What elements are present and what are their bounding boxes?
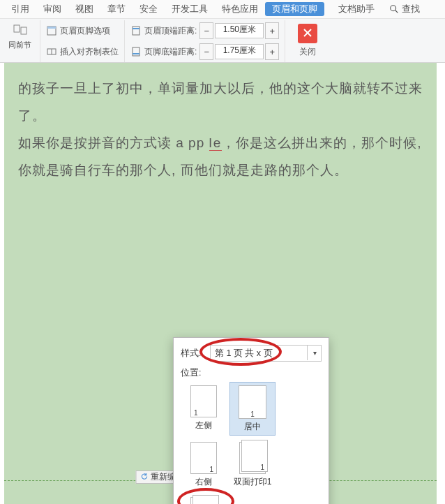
menu-security[interactable]: 安全 xyxy=(133,0,165,18)
footer-dist-value[interactable]: 1.75厘米 xyxy=(215,44,264,59)
header-dist-icon xyxy=(130,25,142,36)
header-dist-label: 页眉顶端距离: xyxy=(144,25,197,37)
menu-search[interactable]: 查找 xyxy=(382,0,427,18)
ribbon-group-options: 页眉页脚选项 插入对齐制表位 xyxy=(40,20,125,62)
same-as-previous-button[interactable]: 同前节 xyxy=(6,22,34,52)
position-duplex1-thumb: 11 xyxy=(239,442,266,474)
position-center-thumb: 1 xyxy=(239,385,266,419)
position-duplex1-label: 双面打印1 xyxy=(234,476,272,488)
footer-dist-plus[interactable]: + xyxy=(265,43,279,60)
position-left[interactable]: 1 左侧 xyxy=(181,382,227,436)
position-duplex2-thumb: 11 xyxy=(190,497,217,504)
footer-dist-label: 页脚底端距离: xyxy=(144,46,197,58)
hf-options-label: 页眉页脚选项 xyxy=(60,25,110,37)
svg-line-1 xyxy=(395,10,398,13)
body-paragraph-2: 如果你是按拼音的方式读 a pp le，你是这么拼出来的，那个时候, 你就是骑自… xyxy=(18,130,423,184)
footer-dist-icon xyxy=(130,46,142,57)
body-p2-a: 如果你是按拼音的方式读 a pp xyxy=(18,135,209,150)
top-menu-bar: 引用 审阅 视图 章节 安全 开发工具 特色应用 页眉和页脚 文档助手 查找 xyxy=(0,0,445,19)
ribbon-group-close: 关闭 xyxy=(285,20,330,62)
same-as-previous-label: 同前节 xyxy=(8,40,31,50)
menu-view[interactable]: 视图 xyxy=(68,0,100,18)
menu-search-label: 查找 xyxy=(402,3,420,15)
ribbon: 同前节 页眉页脚选项 插入对齐制表位 页眉顶端距离: − 1.50厘米 + xyxy=(0,19,445,63)
style-select-value: 第 1 页 共 x 页 xyxy=(215,348,273,360)
body-paragraph-1: 的孩子一旦上了初中，单词量加大以后，他的这个大脑就转不过来了。 xyxy=(18,75,423,130)
menu-devtools[interactable]: 开发工具 xyxy=(165,0,215,18)
document-canvas: 的孩子一旦上了初中，单词量加大以后，他的这个大脑就转不过来了。 如果你是按拼音的… xyxy=(0,63,445,504)
position-right-thumb: 1 xyxy=(190,442,217,474)
close-icon xyxy=(303,28,312,40)
ribbon-group-sync: 同前节 xyxy=(0,20,40,62)
svg-rect-10 xyxy=(133,47,139,56)
svg-rect-8 xyxy=(133,27,139,35)
svg-rect-2 xyxy=(14,25,20,32)
search-icon xyxy=(389,3,400,15)
hf-options-icon xyxy=(46,25,57,36)
svg-rect-5 xyxy=(47,27,56,29)
chevron-down-icon: ▾ xyxy=(307,345,322,360)
position-center[interactable]: 1 居中 xyxy=(229,382,276,436)
insert-tabstop-label: 插入对齐制表位 xyxy=(60,46,119,58)
menu-chapter[interactable]: 章节 xyxy=(100,0,133,18)
position-label: 位置: xyxy=(181,367,210,379)
close-header-footer-button[interactable] xyxy=(298,24,317,43)
position-center-label: 居中 xyxy=(244,421,261,433)
tabstop-icon xyxy=(46,46,57,57)
menu-special-apps[interactable]: 特色应用 xyxy=(215,0,265,18)
menu-doc-helper[interactable]: 文档助手 xyxy=(331,0,382,18)
insert-tabstop-button[interactable]: 插入对齐制表位 xyxy=(46,43,119,61)
menu-review[interactable]: 审阅 xyxy=(36,0,68,18)
hf-options-button[interactable]: 页眉页脚选项 xyxy=(46,22,119,40)
position-options: 1 左侧 1 居中 1 右侧 11 双面打印1 11 双面打印2 xyxy=(181,382,322,504)
svg-point-0 xyxy=(391,6,396,11)
position-left-label: 左侧 xyxy=(195,420,212,431)
style-select[interactable]: 第 1 页 共 x 页 ▾ xyxy=(210,345,322,362)
header-dist-plus[interactable]: + xyxy=(265,22,279,39)
position-duplex2[interactable]: 11 双面打印2 xyxy=(181,494,227,504)
menu-header-footer[interactable]: 页眉和页脚 xyxy=(265,2,324,16)
svg-rect-3 xyxy=(21,27,27,34)
body-p2-underlined: le xyxy=(209,135,222,151)
page-number-dialog: 样式: 第 1 页 共 x 页 ▾ 位置: 1 左侧 1 居中 1 右侧 xyxy=(173,337,329,504)
header-dist-minus[interactable]: − xyxy=(199,22,213,39)
menu-references[interactable]: 引用 xyxy=(4,0,36,18)
position-left-thumb: 1 xyxy=(190,385,217,417)
same-as-previous-icon xyxy=(13,23,28,38)
close-label: 关闭 xyxy=(299,46,316,58)
style-label: 样式: xyxy=(181,348,210,360)
header-dist-value[interactable]: 1.50厘米 xyxy=(215,23,264,38)
refresh-icon xyxy=(141,473,149,482)
position-right-label: 右侧 xyxy=(195,476,212,488)
footer-dist-minus[interactable]: − xyxy=(199,43,213,60)
position-duplex1[interactable]: 11 双面打印1 xyxy=(229,438,276,491)
position-right[interactable]: 1 右侧 xyxy=(181,438,227,491)
ribbon-group-distance: 页眉顶端距离: − 1.50厘米 + 页脚底端距离: − 1.75厘米 + xyxy=(125,20,285,62)
